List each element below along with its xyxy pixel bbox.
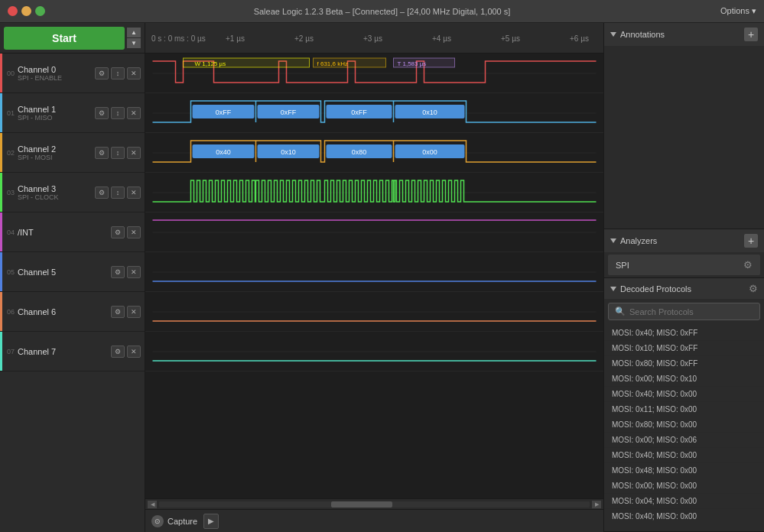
protocol-item[interactable]: MOSI: 0x80; MISO: 0xFF xyxy=(604,356,764,371)
channel-gear-7[interactable]: ⚙ xyxy=(111,345,125,358)
search-input[interactable] xyxy=(629,307,753,316)
spi-gear-button[interactable]: ⚙ xyxy=(743,259,753,271)
channel-controls-6: ⚙ ✕ xyxy=(111,306,141,318)
channel-label-2: SPI - MOSI xyxy=(18,154,95,161)
analyzers-label: Analyzers xyxy=(620,236,657,245)
svg-text:T  1,583 µs: T 1,583 µs xyxy=(398,60,427,67)
analyzers-header-left: Analyzers xyxy=(610,236,657,245)
svg-text:0xFF: 0xFF xyxy=(351,109,367,116)
waveform-row-7 xyxy=(145,332,603,371)
protocol-item[interactable]: MOSI: 0x40; MISO: 0x00 xyxy=(604,387,764,402)
waveform-row-3 xyxy=(145,173,603,212)
channel-name-5: Channel 5 xyxy=(18,268,111,277)
scroll-track[interactable] xyxy=(159,501,590,508)
channel-num-6: 06 xyxy=(4,308,15,316)
channel-close-5[interactable]: ✕ xyxy=(127,266,141,278)
channel-color-bar-1 xyxy=(0,93,2,132)
channel-extra-1[interactable]: ↕ xyxy=(111,107,125,119)
channel-extra-0[interactable]: ↕ xyxy=(111,67,125,79)
protocol-item[interactable]: MOSI: 0x04; MISO: 0x00 xyxy=(604,494,764,509)
decoded-gear-button[interactable]: ⚙ xyxy=(749,283,758,294)
search-icon: 🔍 xyxy=(615,307,626,316)
channel-gear-0[interactable]: ⚙ xyxy=(95,67,109,79)
analyzers-collapse-icon[interactable] xyxy=(610,238,616,243)
channel-name-0: Channel 0 xyxy=(18,65,95,74)
channel-list: 00 Channel 0 SPI - ENABLE ⚙ ↕ ✕ 01 Chann… xyxy=(0,54,145,371)
channel-close-3[interactable]: ✕ xyxy=(127,187,141,199)
channel-color-bar-7 xyxy=(0,332,2,371)
waveform-row-6 xyxy=(145,292,603,332)
maximize-button[interactable] xyxy=(35,6,45,16)
channel-controls-2: ⚙ ↕ ✕ xyxy=(95,147,141,159)
channel-close-1[interactable]: ✕ xyxy=(127,107,141,119)
channel-num-2: 02 xyxy=(4,149,15,157)
decoded-protocols-section: Decoded Protocols ⚙ 🔍 MOSI: 0x40; MISO: … xyxy=(604,278,764,532)
capture-button[interactable]: ⊙ Capture xyxy=(151,515,197,527)
add-annotation-button[interactable]: + xyxy=(744,28,758,41)
svg-text:0xFF: 0xFF xyxy=(281,109,297,116)
scroll-left-button[interactable]: ◀ xyxy=(148,501,157,508)
channel-num-5: 05 xyxy=(4,268,15,276)
channel-close-7[interactable]: ✕ xyxy=(127,345,141,358)
scroll-up-button[interactable]: ▲ xyxy=(127,28,141,37)
annotations-collapse-icon[interactable] xyxy=(610,32,616,37)
channel-close-4[interactable]: ✕ xyxy=(127,226,141,238)
channel-gear-2[interactable]: ⚙ xyxy=(95,147,109,159)
channel-extra-3[interactable]: ↕ xyxy=(111,187,125,199)
channel-close-0[interactable]: ✕ xyxy=(127,67,141,79)
title-bar: Saleae Logic 1.2.3 Beta – [Connected] – … xyxy=(0,0,764,23)
channel-row-7: 07 Channel 7 ⚙ ✕ xyxy=(0,332,145,371)
protocol-item[interactable]: MOSI: 0x11; MISO: 0x00 xyxy=(604,402,764,417)
channel-gear-6[interactable]: ⚙ xyxy=(111,306,125,318)
spi-analyzer-name: SPI xyxy=(616,261,629,270)
channel-controls-3: ⚙ ↕ ✕ xyxy=(95,187,141,199)
channel-gear-1[interactable]: ⚙ xyxy=(95,107,109,119)
waveform-row-2: 0x400x100x800x00 xyxy=(145,133,603,173)
next-capture-button[interactable]: ▶ xyxy=(203,514,219,529)
add-analyzer-button[interactable]: + xyxy=(744,234,758,248)
channel-info-4: /INT xyxy=(18,228,111,237)
channel-info-0: Channel 0 SPI - ENABLE xyxy=(18,65,95,82)
waveform-area[interactable]: W 1,125 µsf 631,6 kHzT 1,583 µs0xFF0xFF0… xyxy=(145,54,603,498)
search-box[interactable]: 🔍 xyxy=(608,303,760,320)
channel-label-3: SPI - CLOCK xyxy=(18,193,95,201)
protocol-item[interactable]: MOSI: 0x00; MISO: 0x00 xyxy=(604,478,764,494)
protocol-item[interactable]: MOSI: 0x80; MISO: 0x00 xyxy=(604,417,764,433)
capture-label: Capture xyxy=(167,517,197,526)
decoded-header-left: Decoded Protocols xyxy=(610,284,691,294)
start-button[interactable]: Start xyxy=(4,27,125,50)
protocol-item[interactable]: MOSI: 0x00; MISO: 0x06 xyxy=(604,433,764,448)
time-marker-6: +6 µs xyxy=(570,34,589,42)
channel-name-3: Channel 3 xyxy=(18,184,95,193)
scroll-down-button[interactable]: ▼ xyxy=(127,38,141,48)
scroll-thumb[interactable] xyxy=(331,501,392,508)
waveform-row-1: 0xFF0xFF0xFF0x10 xyxy=(145,93,603,133)
channel-extra-2[interactable]: ↕ xyxy=(111,147,125,159)
channel-row-6: 06 Channel 6 ⚙ ✕ xyxy=(0,292,145,332)
time-marker-2: +2 µs xyxy=(294,34,314,42)
close-button[interactable] xyxy=(8,6,18,16)
protocol-item[interactable]: MOSI: 0x10; MISO: 0xFF xyxy=(604,341,764,356)
channel-gear-5[interactable]: ⚙ xyxy=(111,266,125,278)
capture-icon: ⊙ xyxy=(151,515,164,527)
protocol-item[interactable]: MOSI: 0x00; MISO: 0x10 xyxy=(604,371,764,387)
annotations-header: Annotations + xyxy=(604,23,764,46)
protocol-item[interactable]: MOSI: 0x40; MISO: 0xFF xyxy=(604,326,764,341)
channel-row-3: 03 Channel 3 SPI - CLOCK ⚙ ↕ ✕ xyxy=(0,173,145,212)
waveform-row-5 xyxy=(145,252,603,292)
protocol-item[interactable]: MOSI: 0x48; MISO: 0x00 xyxy=(604,463,764,478)
options-menu[interactable]: Options ▾ xyxy=(720,6,756,16)
channel-num-1: 01 xyxy=(4,109,15,117)
decoded-collapse-icon[interactable] xyxy=(610,287,616,291)
channel-close-6[interactable]: ✕ xyxy=(127,306,141,318)
channel-close-2[interactable]: ✕ xyxy=(127,147,141,159)
minimize-button[interactable] xyxy=(21,6,31,16)
channel-num-0: 00 xyxy=(4,70,15,77)
protocol-item[interactable]: MOSI: 0x40; MISO: 0x00 xyxy=(604,509,764,524)
channel-gear-4[interactable]: ⚙ xyxy=(111,226,125,238)
channel-gear-3[interactable]: ⚙ xyxy=(95,187,109,199)
scroll-right-button[interactable]: ▶ xyxy=(592,501,601,508)
time-marker-3: +3 µs xyxy=(363,34,382,42)
protocol-item[interactable]: MOSI: 0x40; MISO: 0x00 xyxy=(604,448,764,463)
spi-analyzer-item: SPI ⚙ xyxy=(608,255,760,275)
